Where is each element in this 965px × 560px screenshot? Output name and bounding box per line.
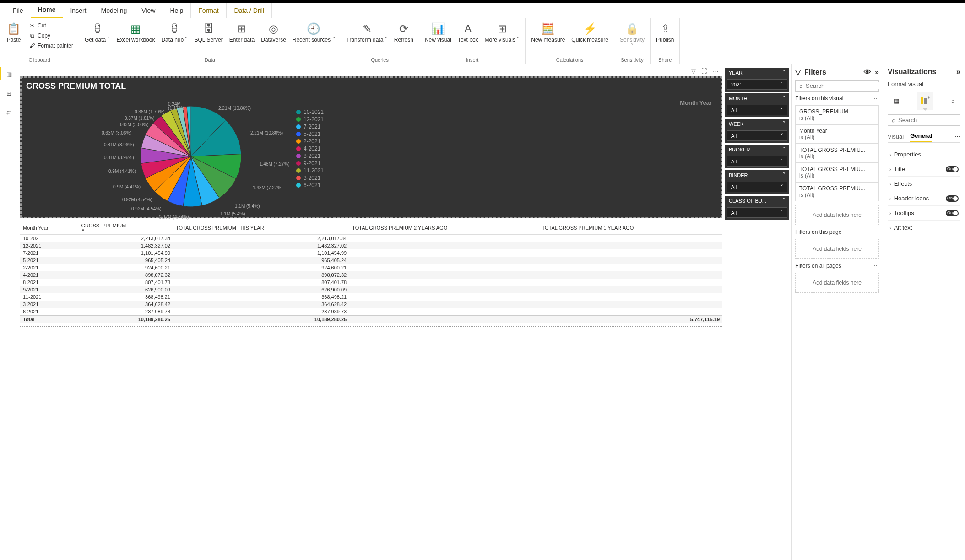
slicer-dropdown[interactable]: All˅ [727,156,787,167]
tab-view[interactable]: View [134,3,163,18]
excel-button[interactable]: ▦Excel workbook [115,21,156,44]
tab-help[interactable]: Help [163,3,190,18]
enterdata-button[interactable]: ⊞Enter data [228,21,255,44]
recent-button[interactable]: 🕘Recent sources ˅ [292,21,336,44]
legend-item[interactable]: 4-2021 [269,145,716,152]
collapse-icon[interactable]: » [875,68,879,76]
data-view-button[interactable]: ⊞ [3,87,16,100]
ellipsis-icon[interactable]: ⋯ [873,95,879,102]
add-fields-page[interactable]: Add data fields here [795,239,879,259]
legend-item[interactable]: 11-2021 [269,167,716,174]
add-fields-all[interactable]: Add data fields here [795,273,879,293]
quickmeasure-button[interactable]: ⚡Quick measure [570,21,609,44]
chevron-down-icon[interactable]: ˅ [783,121,786,127]
filter-card[interactable]: GROSS_PREMIUMis (All) [795,105,879,124]
legend-item[interactable]: 8-2021 [269,153,716,159]
build-visual-tab[interactable]: ▦ [891,95,902,107]
toggle-on[interactable]: On [946,195,959,202]
prop-tooltips[interactable]: ›TooltipsOn [888,206,960,221]
paste-button[interactable]: 📋 Paste [5,21,23,44]
tab-format[interactable]: Format [190,3,226,18]
publish-button[interactable]: ⇪Publish [655,21,675,44]
get-data-button[interactable]: 🛢Get data ˅ [84,21,111,44]
table-header[interactable]: GROSS_PREMIUM▼ [78,221,173,235]
table-row[interactable]: 2-2021924,600.21924,600.21 [20,264,722,271]
report-view-button[interactable]: ▥ [3,68,16,81]
table-row[interactable]: 11-2021368,498.21368,498.21 [20,293,722,301]
table-header[interactable]: TOTAL GROSS PREMIUM 2 YEARS AGO [349,221,539,235]
filter-card[interactable]: TOTAL GROSS PREMIU...is (All) [795,163,879,182]
filters-search-input[interactable] [806,82,883,89]
tab-file[interactable]: File [5,3,31,18]
table-row[interactable]: 10-20212,213,017.342,213,017.34 [20,235,722,242]
prop-header-icons[interactable]: ›Header iconsOn [888,191,960,206]
filter-card[interactable]: Month Yearis (All) [795,124,879,144]
analytics-tab[interactable]: ⌕ [949,95,958,107]
filter-card[interactable]: TOTAL GROSS PREMIU...is (All) [795,182,879,201]
sensitivity-button[interactable]: 🔒Sensitivity˅ [619,21,645,50]
table-row[interactable]: 5-2021965,405.24965,405.24 [20,257,722,264]
newvisual-button[interactable]: 📊New visual [424,21,452,44]
subtab-visual[interactable]: Visual [888,131,904,142]
table-header[interactable]: TOTAL GROSS PREMIUM 1 YEAR AGO [539,221,723,235]
datahub-button[interactable]: 🛢Data hub ˅ [160,21,189,44]
subtab-general[interactable]: General [910,130,932,142]
more-visuals-button[interactable]: ⊞More visuals ˅ [484,21,521,44]
table-row[interactable]: 9-2021626,900.09626,900.09 [20,286,722,293]
ellipsis-icon[interactable]: ⋯ [873,263,879,269]
toggle-on[interactable]: On [946,210,959,216]
chevron-down-icon[interactable]: ˅ [783,172,786,178]
prop-effects[interactable]: ›Effects [888,177,960,191]
table-row[interactable]: 3-2021364,628.42364,628.42 [20,301,722,308]
legend-item[interactable]: 3-2021 [269,175,716,181]
model-view-button[interactable]: ⿻ [3,106,16,119]
newmeasure-button[interactable]: 🧮New measure [530,21,566,44]
chevron-down-icon[interactable]: ˅ [783,198,786,204]
tab-home[interactable]: Home [31,2,63,18]
slicer-dropdown[interactable]: All˅ [727,182,787,192]
tab-modeling[interactable]: Modeling [93,3,134,18]
ellipsis-icon[interactable]: ⋯ [873,229,879,235]
legend-item[interactable]: 7-2021 [269,124,716,130]
chevron-down-icon[interactable]: ˅ [783,95,786,101]
table-row[interactable]: 7-20211,101,454.991,101,454.99 [20,249,722,257]
collapse-icon[interactable]: » [956,68,960,76]
focus-icon[interactable]: ⛶ [701,68,707,75]
transform-button[interactable]: ✎Transform data ˅ [346,21,389,44]
eye-icon[interactable]: 👁 [864,68,871,76]
table-visual[interactable]: Month YearGROSS_PREMIUM▼TOTAL GROSS PREM… [20,221,722,323]
legend-item[interactable]: 2-2021 [269,138,716,145]
legend-item[interactable]: 6-2021 [269,182,716,188]
table-row[interactable]: 6-2021237 989 73237 989 73 [20,308,722,316]
tab-insert[interactable]: Insert [63,3,93,18]
format-painter-button[interactable]: 🖌Format painter [27,41,74,50]
slicer-dropdown[interactable]: 2021˅ [727,79,787,90]
viz-search[interactable]: ⌕ [888,114,960,126]
slicer-dropdown[interactable]: All˅ [727,207,787,218]
legend-item[interactable]: 5-2021 [269,131,716,137]
filter-icon[interactable]: ▽ [691,68,696,75]
filters-search[interactable]: ⌕ [795,80,879,92]
filter-card[interactable]: TOTAL GROSS PREMIU...is (All) [795,144,879,163]
prop-alttext[interactable]: ›Alt text [888,221,960,235]
pie-chart-visual[interactable]: GROSS PREMIUM TOTAL 0.24M (1.17%) 2.21M … [20,76,722,218]
table-row[interactable]: 4-2021898,072.32898,072.32 [20,271,722,279]
legend-item[interactable]: 12-2021 [269,116,716,123]
chevron-down-icon[interactable]: ˅ [783,70,786,75]
ellipsis-icon[interactable]: ⋯ [954,133,960,140]
table-row[interactable]: 12-20211,482,327.021,482,327.02 [20,242,722,249]
slicer-dropdown[interactable]: All˅ [727,130,787,141]
slicer-dropdown[interactable]: All˅ [727,105,787,115]
textbox-button[interactable]: AText box [457,21,479,44]
sql-button[interactable]: 🗄SQL Server [194,21,224,44]
prop-properties[interactable]: ›Properties [888,147,960,162]
dataverse-button[interactable]: ◎Dataverse [260,21,287,44]
add-fields-visual[interactable]: Add data fields here [795,205,879,225]
legend-item[interactable]: 10-2021 [269,109,716,115]
legend-item[interactable]: 9-2021 [269,160,716,167]
table-header[interactable]: TOTAL GROSS PREMIUM THIS YEAR [173,221,349,235]
toggle-on[interactable]: On [946,166,959,172]
tab-datadrill[interactable]: Data / Drill [227,3,272,18]
cut-button[interactable]: ✂Cut [27,21,47,30]
prop-title[interactable]: ›TitleOn [888,162,960,177]
